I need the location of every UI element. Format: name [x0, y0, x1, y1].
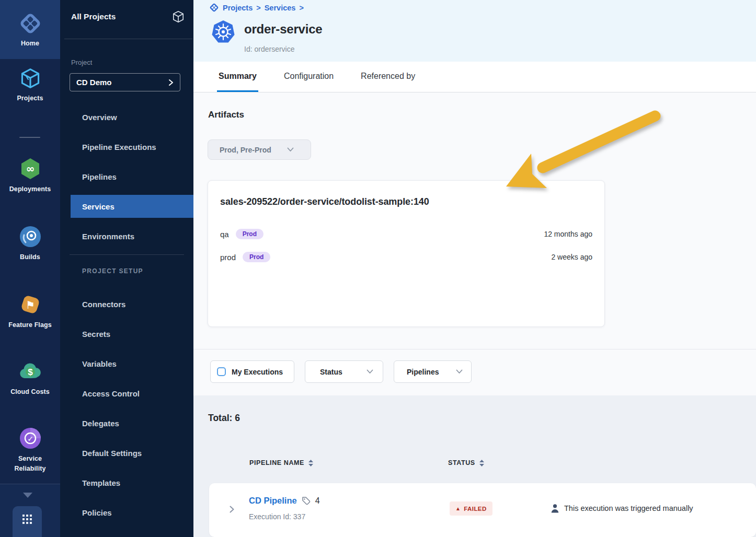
execution-row[interactable]: CD Pipeline 4 Execution Id: 337 ▲ FAILED…	[209, 483, 756, 537]
rail-label-builds: Builds	[20, 253, 40, 262]
project-setup-header: PROJECT SETUP	[82, 267, 143, 275]
chevron-right-icon	[168, 79, 174, 86]
sidebar-item-label: Delegates	[82, 419, 119, 428]
total-count: Total: 6	[208, 413, 240, 424]
rail-item-cloud-costs[interactable]: $ Cloud Costs	[0, 359, 60, 396]
breadcrumb-projects-link[interactable]: Projects	[223, 4, 253, 12]
rail-item-builds[interactable]: Builds	[0, 225, 60, 262]
collapse-rail-chevron-icon[interactable]	[23, 493, 32, 498]
project-selector[interactable]: CD Demo	[70, 73, 180, 91]
rail-item-home[interactable]: Home	[0, 0, 60, 59]
chevron-down-icon	[287, 147, 294, 152]
cloud-costs-icon: $	[18, 359, 43, 383]
app-root: Home Projects ∞ Deployments	[0, 0, 756, 537]
deploy-time: 12 months ago	[544, 230, 592, 238]
main-content: Projects > Services >	[193, 0, 756, 537]
builds-icon	[18, 225, 42, 249]
sidebar-item-default-settings[interactable]: Default Settings	[71, 441, 193, 464]
pipeline-link[interactable]: CD Pipeline	[249, 496, 297, 506]
service-id: Id: orderservice	[244, 45, 294, 53]
all-projects-row[interactable]: All Projects	[71, 7, 185, 26]
status-filter-dropdown[interactable]: Status	[305, 360, 383, 383]
module-rail: Home Projects ∞ Deployments	[0, 0, 60, 537]
chevron-down-icon	[366, 369, 373, 374]
sidebar-item-overview[interactable]: Overview	[71, 106, 193, 129]
sidebar-item-label: Overview	[82, 113, 117, 122]
rail-label-service-reliability-line1: Service	[18, 454, 42, 463]
sidebar-item-label: Pipelines	[82, 172, 117, 181]
harness-logo-icon	[209, 3, 219, 13]
status-badge-failed: ▲ FAILED	[450, 501, 492, 516]
tab-bar: Summary Configuration Referenced by	[193, 62, 756, 92]
rail-label-projects: Projects	[17, 94, 43, 103]
sidebar-item-label: Policies	[82, 508, 112, 517]
column-header-status[interactable]: STATUS	[448, 459, 484, 466]
sidebar-item-label: Environments	[82, 232, 134, 241]
rail-item-service-reliability[interactable]: ✓ Service Reliability	[0, 426, 60, 473]
tab-referenced-by[interactable]: Referenced by	[359, 62, 417, 92]
sidebar-item-policies[interactable]: Policies	[71, 501, 193, 524]
column-header-label: STATUS	[448, 459, 475, 466]
grid-icon	[22, 515, 32, 524]
sidebar-item-access-control[interactable]: Access Control	[71, 382, 193, 405]
tab-summary[interactable]: Summary	[217, 62, 258, 92]
rail-label-feature-flags: Feature Flags	[8, 321, 52, 330]
expand-row-chevron-icon[interactable]	[229, 505, 235, 516]
breadcrumb-services-link[interactable]: Services	[265, 4, 296, 12]
deployments-icon: ∞	[18, 157, 42, 181]
my-executions-filter[interactable]: My Executions	[210, 360, 294, 383]
sidebar-item-variables[interactable]: Variables	[71, 352, 193, 375]
rail-item-feature-flags[interactable]: ⚑ Feature Flags	[0, 293, 60, 330]
artifact-title: sales-209522/order-service/todolist-samp…	[220, 196, 429, 207]
breadcrumb-separator: >	[256, 4, 260, 12]
column-header-pipeline-name[interactable]: PIPELINE NAME	[249, 459, 313, 466]
pipeline-name-cell: CD Pipeline 4	[249, 496, 320, 506]
artifacts-heading: Artifacts	[208, 110, 244, 120]
sidebar-item-pipeline-executions[interactable]: Pipeline Executions	[71, 135, 193, 158]
rail-item-deployments[interactable]: ∞ Deployments	[0, 157, 60, 194]
rail-label-service-reliability-line2: Reliability	[14, 464, 45, 473]
rail-divider	[19, 137, 40, 138]
warning-triangle-icon: ▲	[455, 506, 461, 511]
sidebar-item-secrets[interactable]: Secrets	[71, 322, 193, 345]
sidebar-item-label: Access Control	[82, 389, 140, 398]
env-name: prod	[220, 253, 236, 262]
module-switcher-button[interactable]	[13, 506, 42, 537]
pipelines-filter-dropdown[interactable]: Pipelines	[394, 360, 472, 383]
environment-filter-dropdown[interactable]: Prod, Pre-Prod	[208, 139, 311, 160]
sidebar-divider-top	[64, 39, 192, 39]
harness-home-icon	[18, 11, 42, 36]
execution-id: Execution Id: 337	[249, 512, 305, 521]
tag-count: 4	[315, 496, 320, 506]
breadcrumb-separator: >	[299, 4, 303, 12]
project-sidebar: All Projects Project CD Demo Overview Pi…	[60, 0, 193, 537]
sidebar-divider-setup	[70, 254, 184, 255]
my-executions-checkbox[interactable]	[217, 367, 226, 376]
sidebar-item-file-store[interactable]: File Store	[71, 531, 193, 537]
deploy-time: 2 weeks ago	[551, 253, 592, 261]
sidebar-item-templates[interactable]: Templates	[71, 471, 193, 494]
sidebar-item-delegates[interactable]: Delegates	[71, 412, 193, 435]
column-header-label: PIPELINE NAME	[249, 459, 304, 466]
section-divider	[193, 349, 756, 349]
sidebar-item-pipelines[interactable]: Pipelines	[71, 165, 193, 188]
sidebar-item-label: Variables	[82, 359, 117, 368]
chevron-down-icon	[456, 369, 463, 374]
rail-item-projects[interactable]: Projects	[0, 67, 60, 103]
svg-text:∞: ∞	[26, 162, 35, 175]
sidebar-item-services[interactable]: Services	[71, 195, 193, 218]
sidebar-item-environments[interactable]: Environments	[71, 225, 193, 248]
project-section-label: Project	[71, 59, 92, 66]
sidebar-item-label: Templates	[82, 478, 120, 487]
all-projects-cube-icon	[171, 10, 185, 24]
service-reliability-icon: ✓	[18, 426, 42, 450]
sidebar-item-connectors[interactable]: Connectors	[71, 293, 193, 316]
trigger-note: This execution was triggered manually	[551, 504, 693, 513]
sort-icon	[479, 460, 484, 466]
env-type-badge: Prod	[243, 252, 270, 262]
sidebar-item-label: Secrets	[82, 330, 110, 338]
tab-configuration[interactable]: Configuration	[282, 62, 335, 92]
project-selector-value: CD Demo	[76, 78, 112, 87]
my-executions-label: My Executions	[232, 368, 283, 376]
sidebar-item-label: Pipeline Executions	[82, 143, 156, 151]
